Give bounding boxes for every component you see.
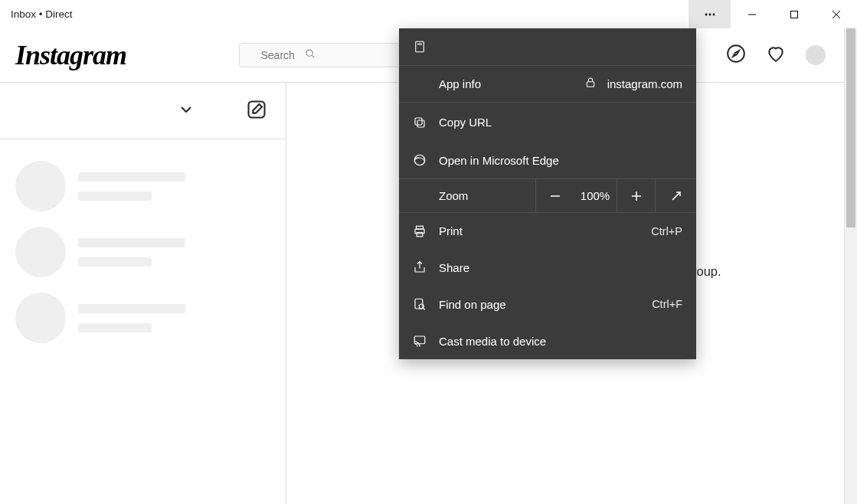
zoom-out-button[interactable]: [535, 179, 574, 212]
list-item: [0, 285, 286, 351]
menu-copy-url[interactable]: Copy URL: [399, 102, 696, 142]
compass-icon: [726, 44, 746, 64]
svg-point-1: [708, 13, 711, 15]
titlebar-controls: [689, 0, 857, 28]
menu-share[interactable]: Share: [399, 249, 696, 286]
menu-header: [399, 28, 696, 65]
app-context-menu: App info instagram.com Copy URL Open in …: [399, 28, 696, 359]
new-message-button[interactable]: [246, 99, 267, 123]
menu-cast-label: Cast media to device: [439, 335, 682, 348]
zoom-in-button[interactable]: [617, 179, 655, 212]
share-icon: [413, 260, 439, 274]
list-item: [0, 219, 286, 285]
svg-line-28: [424, 308, 425, 309]
heart-icon: [766, 44, 786, 64]
conversation-list-loading: [0, 139, 286, 365]
vertical-scrollbar[interactable]: [844, 28, 857, 504]
fullscreen-icon: [670, 190, 682, 202]
close-icon: [832, 10, 841, 19]
scrollbar-thumb[interactable]: [846, 28, 855, 227]
svg-rect-16: [415, 118, 422, 125]
activity-button[interactable]: [766, 44, 786, 67]
find-icon: [413, 297, 439, 311]
svg-rect-4: [790, 11, 797, 18]
office-icon: [413, 40, 439, 54]
minimize-icon: [747, 10, 757, 19]
menu-copy-url-label: Copy URL: [439, 116, 682, 129]
svg-rect-15: [417, 120, 424, 127]
window-maximize-button[interactable]: [773, 0, 815, 28]
svg-rect-12: [416, 41, 424, 52]
window-title: Inbox • Direct: [11, 8, 73, 20]
svg-rect-29: [414, 336, 425, 344]
svg-rect-24: [417, 232, 423, 236]
explore-button[interactable]: [726, 44, 746, 67]
cast-icon: [413, 334, 439, 348]
svg-rect-14: [587, 82, 594, 87]
account-switcher[interactable]: [177, 100, 195, 122]
lock-icon: [584, 77, 597, 91]
menu-print-shortcut: Ctrl+P: [651, 225, 682, 237]
menu-share-label: Share: [439, 261, 682, 274]
profile-avatar[interactable]: [806, 45, 826, 65]
svg-point-9: [728, 45, 744, 62]
plus-icon: [630, 190, 643, 202]
menu-print[interactable]: Print Ctrl+P: [399, 212, 696, 249]
instagram-logo[interactable]: Instagram: [15, 39, 115, 71]
menu-find-shortcut: Ctrl+F: [652, 298, 682, 310]
menu-app-info[interactable]: App info instagram.com: [399, 65, 696, 102]
ellipsis-icon: [704, 8, 716, 21]
svg-line-21: [672, 192, 680, 200]
svg-point-0: [705, 13, 707, 15]
chevron-down-icon: [177, 100, 195, 119]
print-icon: [413, 224, 439, 238]
list-item: [0, 153, 286, 219]
titlebar-more-button[interactable]: [689, 0, 731, 28]
minus-icon: [549, 190, 561, 202]
inbox-sidebar: [0, 83, 286, 504]
svg-rect-11: [249, 101, 265, 117]
menu-cast[interactable]: Cast media to device: [399, 322, 696, 359]
window-close-button[interactable]: [815, 0, 857, 28]
svg-rect-13: [417, 44, 422, 45]
svg-point-2: [712, 13, 715, 15]
menu-zoom-row: Zoom 100%: [399, 178, 696, 212]
window-titlebar: Inbox • Direct: [0, 0, 857, 28]
fullscreen-button[interactable]: [655, 179, 696, 212]
menu-open-edge[interactable]: Open in Microsoft Edge: [399, 142, 696, 178]
copy-icon: [413, 116, 439, 129]
maximize-icon: [790, 10, 799, 19]
svg-point-17: [414, 155, 425, 165]
menu-print-label: Print: [439, 224, 651, 237]
menu-find[interactable]: Find on page Ctrl+F: [399, 286, 696, 322]
menu-open-edge-label: Open in Microsoft Edge: [439, 154, 682, 167]
svg-marker-10: [733, 51, 739, 57]
window-minimize-button[interactable]: [731, 0, 773, 28]
menu-app-info-label: App info: [439, 77, 584, 90]
menu-domain: instagram.com: [607, 77, 682, 90]
edge-icon: [413, 153, 439, 167]
menu-find-label: Find on page: [439, 298, 652, 311]
compose-icon: [246, 99, 267, 120]
menu-zoom-label: Zoom: [399, 189, 535, 202]
zoom-value: 100%: [574, 179, 617, 212]
